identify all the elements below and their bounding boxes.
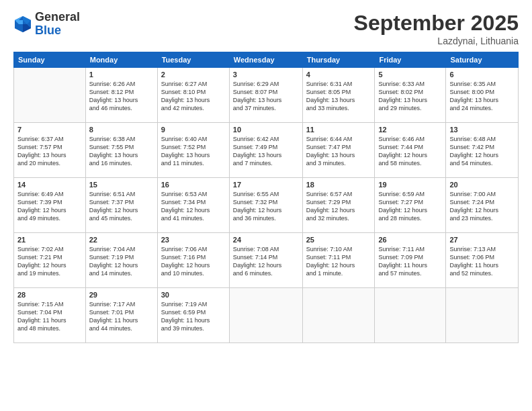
location: Lazdynai, Lithuania [354, 36, 519, 46]
weekday-header: Saturday [446, 52, 519, 68]
day-info: Sunrise: 6:37 AM Sunset: 7:57 PM Dayligh… [17, 135, 82, 168]
day-number: 9 [161, 126, 226, 134]
calendar-header-row: SundayMondayTuesdayWednesdayThursdayFrid… [14, 52, 519, 68]
day-number: 22 [89, 236, 154, 244]
weekday-header: Thursday [302, 52, 375, 68]
month-title: September 2025 [354, 11, 519, 36]
day-number: 19 [378, 181, 442, 189]
day-number: 24 [233, 236, 299, 244]
calendar-week-row: 28Sunrise: 7:15 AM Sunset: 7:04 PM Dayli… [14, 288, 519, 343]
logo-icon [13, 15, 32, 34]
calendar-cell: 17Sunrise: 6:55 AM Sunset: 7:32 PM Dayli… [229, 178, 302, 233]
day-info: Sunrise: 6:44 AM Sunset: 7:47 PM Dayligh… [306, 135, 371, 168]
calendar-cell: 24Sunrise: 7:08 AM Sunset: 7:14 PM Dayli… [229, 233, 302, 288]
calendar-cell: 1Sunrise: 6:26 AM Sunset: 8:12 PM Daylig… [85, 68, 157, 123]
day-number: 25 [306, 236, 371, 244]
day-info: Sunrise: 6:27 AM Sunset: 8:10 PM Dayligh… [161, 80, 226, 113]
day-number: 7 [17, 126, 82, 134]
day-info: Sunrise: 7:15 AM Sunset: 7:04 PM Dayligh… [17, 300, 82, 333]
day-info: Sunrise: 7:02 AM Sunset: 7:21 PM Dayligh… [17, 245, 82, 278]
calendar-cell: 11Sunrise: 6:44 AM Sunset: 7:47 PM Dayli… [302, 123, 375, 178]
day-info: Sunrise: 7:04 AM Sunset: 7:19 PM Dayligh… [89, 245, 154, 278]
day-info: Sunrise: 7:00 AM Sunset: 7:24 PM Dayligh… [449, 190, 515, 223]
logo-general: General [35, 11, 80, 24]
calendar-cell: 28Sunrise: 7:15 AM Sunset: 7:04 PM Dayli… [14, 288, 86, 343]
calendar-week-row: 14Sunrise: 6:49 AM Sunset: 7:39 PM Dayli… [14, 178, 519, 233]
calendar-cell [229, 288, 302, 343]
calendar-cell: 15Sunrise: 6:51 AM Sunset: 7:37 PM Dayli… [85, 178, 157, 233]
logo-text: General Blue [35, 11, 80, 38]
day-info: Sunrise: 6:51 AM Sunset: 7:37 PM Dayligh… [89, 190, 154, 223]
calendar-cell: 3Sunrise: 6:29 AM Sunset: 8:07 PM Daylig… [229, 68, 302, 123]
weekday-header: Monday [85, 52, 157, 68]
weekday-header: Wednesday [229, 52, 302, 68]
calendar-cell [375, 288, 446, 343]
day-number: 27 [449, 236, 515, 244]
page: General Blue September 2025 Lazdynai, Li… [0, 0, 532, 411]
weekday-header: Tuesday [157, 52, 229, 68]
calendar-cell: 29Sunrise: 7:17 AM Sunset: 7:01 PM Dayli… [85, 288, 157, 343]
day-number: 4 [306, 71, 371, 79]
calendar-cell: 27Sunrise: 7:13 AM Sunset: 7:06 PM Dayli… [446, 233, 519, 288]
day-info: Sunrise: 6:57 AM Sunset: 7:29 PM Dayligh… [306, 190, 371, 223]
day-number: 11 [306, 126, 371, 134]
calendar-cell: 20Sunrise: 7:00 AM Sunset: 7:24 PM Dayli… [446, 178, 519, 233]
day-info: Sunrise: 6:55 AM Sunset: 7:32 PM Dayligh… [233, 190, 299, 223]
day-info: Sunrise: 7:19 AM Sunset: 6:59 PM Dayligh… [161, 300, 226, 333]
calendar-cell: 7Sunrise: 6:37 AM Sunset: 7:57 PM Daylig… [14, 123, 86, 178]
weekday-header: Friday [375, 52, 446, 68]
day-number: 13 [449, 126, 515, 134]
day-number: 26 [378, 236, 442, 244]
day-number: 2 [161, 71, 226, 79]
logo: General Blue [13, 11, 80, 38]
header: General Blue September 2025 Lazdynai, Li… [13, 11, 519, 46]
calendar-week-row: 21Sunrise: 7:02 AM Sunset: 7:21 PM Dayli… [14, 233, 519, 288]
day-number: 21 [17, 236, 82, 244]
day-number: 14 [17, 181, 82, 189]
calendar-cell: 10Sunrise: 6:42 AM Sunset: 7:49 PM Dayli… [229, 123, 302, 178]
logo-blue: Blue [35, 24, 80, 38]
day-info: Sunrise: 7:08 AM Sunset: 7:14 PM Dayligh… [233, 245, 299, 278]
day-info: Sunrise: 7:11 AM Sunset: 7:09 PM Dayligh… [378, 245, 442, 278]
calendar-cell: 22Sunrise: 7:04 AM Sunset: 7:19 PM Dayli… [85, 233, 157, 288]
calendar-cell: 25Sunrise: 7:10 AM Sunset: 7:11 PM Dayli… [302, 233, 375, 288]
weekday-header: Sunday [14, 52, 86, 68]
day-info: Sunrise: 7:13 AM Sunset: 7:06 PM Dayligh… [449, 245, 515, 278]
calendar-cell: 23Sunrise: 7:06 AM Sunset: 7:16 PM Dayli… [157, 233, 229, 288]
day-info: Sunrise: 6:26 AM Sunset: 8:12 PM Dayligh… [89, 80, 154, 113]
day-info: Sunrise: 6:35 AM Sunset: 8:00 PM Dayligh… [449, 80, 515, 113]
calendar-cell: 26Sunrise: 7:11 AM Sunset: 7:09 PM Dayli… [375, 233, 446, 288]
day-info: Sunrise: 7:17 AM Sunset: 7:01 PM Dayligh… [89, 300, 154, 333]
day-number: 12 [378, 126, 442, 134]
calendar-cell: 30Sunrise: 7:19 AM Sunset: 6:59 PM Dayli… [157, 288, 229, 343]
day-number: 16 [161, 181, 226, 189]
day-number: 29 [89, 291, 154, 299]
calendar-cell [14, 68, 86, 123]
calendar-week-row: 7Sunrise: 6:37 AM Sunset: 7:57 PM Daylig… [14, 123, 519, 178]
day-info: Sunrise: 6:38 AM Sunset: 7:55 PM Dayligh… [89, 135, 154, 168]
day-info: Sunrise: 6:42 AM Sunset: 7:49 PM Dayligh… [233, 135, 299, 168]
calendar-table: SundayMondayTuesdayWednesdayThursdayFrid… [13, 52, 519, 343]
calendar-cell: 4Sunrise: 6:31 AM Sunset: 8:05 PM Daylig… [302, 68, 375, 123]
day-number: 1 [89, 71, 154, 79]
day-info: Sunrise: 6:46 AM Sunset: 7:44 PM Dayligh… [378, 135, 442, 168]
calendar-cell: 2Sunrise: 6:27 AM Sunset: 8:10 PM Daylig… [157, 68, 229, 123]
day-number: 10 [233, 126, 299, 134]
calendar-cell [302, 288, 375, 343]
calendar-cell: 13Sunrise: 6:48 AM Sunset: 7:42 PM Dayli… [446, 123, 519, 178]
day-info: Sunrise: 6:29 AM Sunset: 8:07 PM Dayligh… [233, 80, 299, 113]
title-block: September 2025 Lazdynai, Lithuania [354, 11, 519, 46]
calendar-cell: 19Sunrise: 6:59 AM Sunset: 7:27 PM Dayli… [375, 178, 446, 233]
day-number: 5 [378, 71, 442, 79]
day-number: 17 [233, 181, 299, 189]
day-info: Sunrise: 7:06 AM Sunset: 7:16 PM Dayligh… [161, 245, 226, 278]
day-number: 18 [306, 181, 371, 189]
calendar-cell: 9Sunrise: 6:40 AM Sunset: 7:52 PM Daylig… [157, 123, 229, 178]
day-number: 6 [449, 71, 515, 79]
calendar-cell: 6Sunrise: 6:35 AM Sunset: 8:00 PM Daylig… [446, 68, 519, 123]
calendar-cell: 14Sunrise: 6:49 AM Sunset: 7:39 PM Dayli… [14, 178, 86, 233]
calendar-cell: 16Sunrise: 6:53 AM Sunset: 7:34 PM Dayli… [157, 178, 229, 233]
calendar-cell: 12Sunrise: 6:46 AM Sunset: 7:44 PM Dayli… [375, 123, 446, 178]
calendar-cell: 21Sunrise: 7:02 AM Sunset: 7:21 PM Dayli… [14, 233, 86, 288]
day-number: 8 [89, 126, 154, 134]
